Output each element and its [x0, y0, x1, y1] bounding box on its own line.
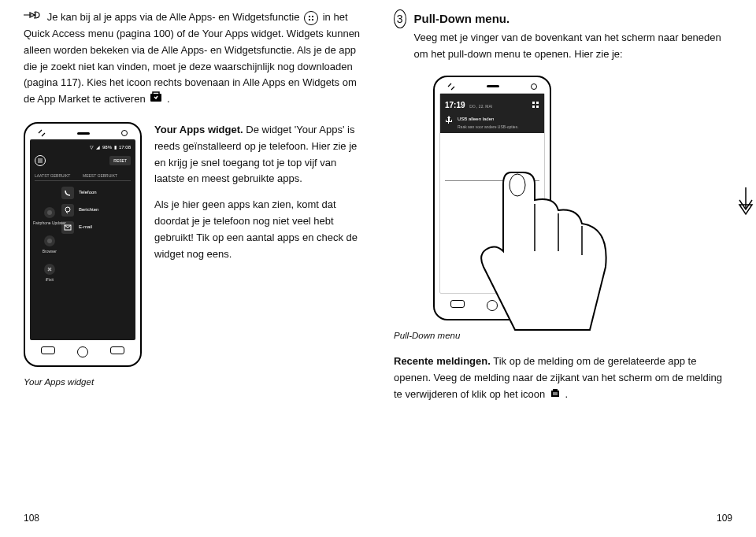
svg-point-2 [39, 158, 41, 160]
section-title: Pull-Down menu. [414, 9, 733, 28]
svg-point-12 [65, 207, 70, 212]
phone-icon [61, 187, 74, 199]
expand-icon [38, 129, 46, 137]
swipe-down-arrow-icon [737, 186, 754, 217]
tab-recent: LAATST GEBRUIKT [35, 171, 83, 180]
caption: Your Apps widget [24, 375, 142, 389]
pulldown-phone-illustration: 17:19 DO., 22. MAI USB alleen laden Raak… [433, 76, 551, 320]
svg-point-10 [47, 210, 52, 215]
usb-notification: USB alleen laden Raak aan voor andere US… [445, 116, 539, 130]
svg-point-1 [38, 158, 39, 160]
app-row: Telefoon [61, 184, 131, 202]
svg-point-5 [39, 160, 41, 161]
svg-point-4 [38, 160, 39, 161]
nav-home-icon [77, 346, 88, 357]
svg-rect-20 [553, 389, 558, 391]
side-app: Fairphone Updater [33, 207, 66, 226]
apps-grid-icon [304, 11, 318, 25]
page-number-left: 108 [24, 511, 39, 526]
app-row: E-mail [61, 219, 131, 236]
right-column: 3 Pull-Down menu. Veeg met je vinger van… [394, 9, 732, 403]
app-row: Berichten [61, 202, 131, 219]
no-apps-paragraph: Als je hier geen apps kan zien, komt dat… [154, 197, 362, 262]
nav-back-icon [41, 346, 55, 354]
intro-paragraph: Je kan bij al je apps via de Alle Apps- … [24, 9, 362, 108]
trash-icon [550, 387, 561, 403]
app-market-icon [150, 91, 162, 108]
usb-icon [445, 116, 453, 124]
pointing-hand-icon [24, 9, 41, 26]
side-app: Browser [33, 235, 66, 254]
left-column: Je kan bij al je apps via de Alle Apps- … [24, 9, 362, 403]
recent-notifications-paragraph: Recente meldingen. Tik op de melding om … [394, 354, 732, 403]
settings-grid-icon [532, 101, 539, 109]
reset-button: RESET [109, 156, 131, 165]
nav-back-icon [450, 300, 465, 308]
svg-rect-15 [536, 102, 539, 104]
svg-point-11 [47, 239, 52, 243]
svg-point-3 [41, 158, 43, 160]
step-number: 3 [394, 9, 406, 28]
svg-rect-14 [532, 102, 535, 104]
section-intro: Veeg met je vinger van de bovenkant van … [414, 30, 733, 63]
tab-most-used: MEEST GEBRUIKT [83, 171, 131, 180]
svg-point-6 [41, 160, 43, 161]
page-number-right: 109 [717, 511, 732, 526]
finger-swipe-illustration [472, 165, 613, 338]
apps-grid-icon [35, 155, 46, 166]
svg-point-8 [39, 161, 41, 163]
your-apps-phone-illustration: ▽◢ 98% ▮ 17:08 RESET LAATST GEB [24, 122, 142, 389]
side-app: iFixit [33, 264, 66, 283]
your-apps-paragraph: Your Apps widget. De widget 'Your Apps' … [154, 122, 362, 187]
nav-recent-icon [110, 346, 124, 354]
expand-icon [447, 83, 455, 91]
svg-point-9 [41, 161, 43, 163]
svg-rect-16 [532, 106, 535, 108]
svg-rect-17 [536, 106, 539, 108]
svg-point-7 [38, 161, 39, 163]
notification-date: DO., 22. MAI [469, 104, 492, 109]
notification-time: 17:19 [445, 101, 465, 109]
